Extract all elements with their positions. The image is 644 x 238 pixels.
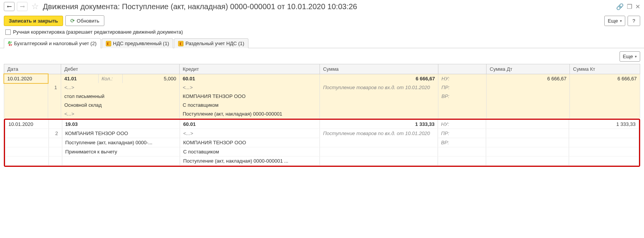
doc-icon: ◧ (106, 41, 111, 46)
tab-vat-separate[interactable]: ◧ Раздельный учет НДС (1) (174, 38, 248, 48)
table-row[interactable]: 10.01.2020 41.01 Кол.: 5,000 60.01 6 666… (4, 74, 640, 119)
close-icon[interactable]: ✕ (635, 3, 640, 10)
nav-back-button[interactable]: 🠔 (4, 2, 15, 11)
table-row[interactable]: 10.01.2020 19.03 60.01 1 333,33 НУ: 1 33… (5, 120, 639, 166)
window-control-icon[interactable]: ❐ (627, 3, 632, 10)
col-debit[interactable]: Дебет (61, 64, 180, 74)
col-sum-kt[interactable]: Сумма Кт (570, 64, 640, 74)
refresh-icon: ⟳ (70, 18, 75, 24)
col-blank (438, 64, 487, 74)
tab-vat-presented[interactable]: ◧ НДС предъявленный (1) (102, 38, 174, 48)
refresh-button[interactable]: ⟳ Обновить (65, 15, 104, 26)
manual-correction-label: Ручная корректировка (разрешает редактир… (13, 29, 183, 35)
help-button[interactable]: ? (628, 16, 640, 26)
nav-forward-button[interactable]: 🠖 (17, 2, 28, 11)
favorite-star-icon[interactable]: ☆ (30, 2, 41, 11)
col-credit[interactable]: Кредит (179, 64, 320, 74)
manual-correction-checkbox[interactable] (5, 29, 11, 35)
link-icon[interactable]: 🔗 (616, 3, 624, 10)
save-close-button[interactable]: Записать и закрыть (4, 16, 63, 26)
more-button[interactable]: Еще (604, 16, 625, 26)
col-sum[interactable]: Сумма (320, 64, 438, 74)
tab-accounting[interactable]: ДтКт Бухгалтерский и налоговый учет (2) (4, 38, 101, 48)
highlighted-row-box: 10.01.2020 19.03 60.01 1 333,33 НУ: 1 33… (4, 119, 640, 167)
page-title: Движения документа: Поступление (акт, на… (43, 2, 614, 11)
doc-icon: ◧ (178, 41, 183, 46)
movements-table: Дата Дебет Кредит Сумма Сумма Дт Сумма К… (4, 64, 640, 118)
col-date[interactable]: Дата (4, 64, 61, 74)
col-sum-dt[interactable]: Сумма Дт (487, 64, 570, 74)
dt-kt-icon: ДтКт (8, 41, 12, 46)
table-more-button[interactable]: Еще (620, 51, 640, 62)
